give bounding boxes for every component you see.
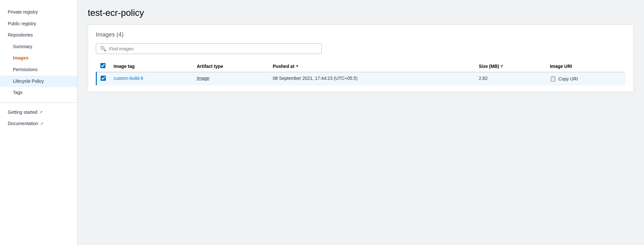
sidebar-item-documentation[interactable]: Documentation ↗ <box>0 118 77 130</box>
getting-started-label: Getting started <box>8 109 37 116</box>
sidebar-divider <box>0 102 77 103</box>
th-checkbox <box>96 60 110 72</box>
sidebar-item-repositories[interactable]: Repositories <box>0 29 77 41</box>
sidebar-item-images[interactable]: Images <box>0 52 77 64</box>
size-value: 2.82 <box>479 76 488 81</box>
copy-uri-button[interactable]: 📋 Copy URI <box>550 76 622 82</box>
search-icon: 🔍 <box>100 46 106 52</box>
sidebar-item-lifecycle-policy[interactable]: Lifecycle Policy <box>0 76 77 87</box>
copy-uri-label: Copy URI <box>558 76 578 81</box>
sidebar-item-tags[interactable]: Tags <box>0 87 77 99</box>
card-count-value: (4) <box>116 31 124 38</box>
search-bar[interactable]: 🔍 <box>96 43 322 54</box>
copy-icon: 📋 <box>550 76 556 82</box>
images-table: Image tag Artifact type Pushed at ▼ Size <box>96 60 626 85</box>
external-link-icon: ↗ <box>39 110 43 115</box>
size-sort-icon: ▽ <box>500 64 503 68</box>
artifact-type-value: Image <box>197 76 209 81</box>
table-row: custom-build-6 Image 08 September 2021, … <box>96 72 626 85</box>
th-image-uri: Image URI <box>546 60 626 72</box>
row-size-cell: 2.82 <box>475 72 546 85</box>
sidebar: Private registry Public registry Reposit… <box>0 0 77 245</box>
sidebar-item-public-registry[interactable]: Public registry <box>0 18 77 30</box>
image-tag-link[interactable]: custom-build-6 <box>114 76 143 81</box>
th-pushed-at[interactable]: Pushed at ▼ <box>269 60 475 72</box>
documentation-label: Documentation <box>8 121 38 127</box>
images-card: Images (4) 🔍 Image tag Artifact type <box>88 25 634 92</box>
external-link-icon-2: ↗ <box>40 121 43 127</box>
search-input[interactable] <box>109 46 317 51</box>
pushed-at-sort-icon: ▼ <box>296 64 299 68</box>
card-header: Images (4) <box>96 31 626 38</box>
sidebar-item-summary[interactable]: Summary <box>0 41 77 53</box>
sidebar-item-permissions[interactable]: Permissions <box>0 64 77 76</box>
row-checkbox-cell <box>96 72 110 85</box>
th-image-tag: Image tag <box>110 60 193 72</box>
row-artifact-type-cell: Image <box>193 72 269 85</box>
row-image-uri-cell: 📋 Copy URI <box>546 72 626 85</box>
th-artifact-type: Artifact type <box>193 60 269 72</box>
row-pushed-at-cell: 08 September 2021, 17:44:23 (UTC+05.5) <box>269 72 475 85</box>
th-size[interactable]: Size (MB) ▽ <box>475 60 546 72</box>
card-header-label: Images <box>96 31 115 38</box>
row-checkbox[interactable] <box>101 76 106 81</box>
row-image-tag-cell: custom-build-6 <box>110 72 193 85</box>
sidebar-item-getting-started[interactable]: Getting started ↗ <box>0 107 77 118</box>
page-title: test-ecr-policy <box>88 8 634 18</box>
pushed-at-value: 08 September 2021, 17:44:23 (UTC+05.5) <box>273 76 357 81</box>
select-all-checkbox[interactable] <box>100 63 106 68</box>
main-content: test-ecr-policy Images (4) 🔍 Image tag <box>77 0 644 245</box>
sidebar-item-private-registry[interactable]: Private registry <box>0 6 77 18</box>
